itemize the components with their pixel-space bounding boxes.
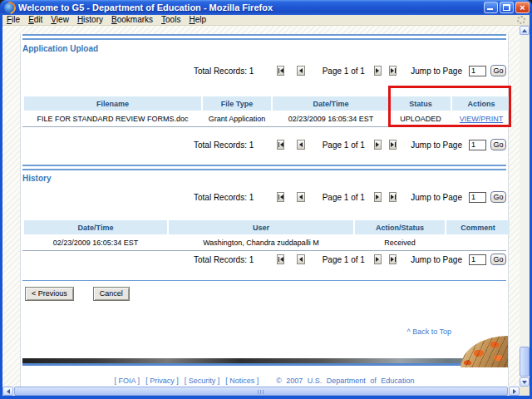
menu-history[interactable]: History <box>73 15 107 25</box>
pagination-bar: Total Records: 1 Page 1 of 1 Jump to Pag… <box>22 191 506 203</box>
menu-file[interactable]: File <box>2 15 24 25</box>
first-page-icon <box>278 257 279 262</box>
last-page-button[interactable] <box>389 66 397 76</box>
page-indicator: Page 1 of 1 <box>323 193 365 202</box>
foia-link[interactable]: [ FOIA ] <box>115 377 140 385</box>
cell-user: Washington, Chandra zuddapalli M <box>169 236 353 249</box>
content-divider <box>22 280 506 281</box>
go-button[interactable]: Go <box>490 65 506 76</box>
action-buttons: < Previous Cancel <box>22 287 506 301</box>
previous-page-button[interactable] <box>297 192 304 202</box>
history-pagination-top: Total Records: 1 Page 1 of 1 Jump to Pag… <box>22 191 506 203</box>
last-page-button[interactable] <box>389 192 397 202</box>
scroll-up-button[interactable] <box>520 26 530 35</box>
go-button[interactable]: Go <box>490 139 506 150</box>
jump-to-page-label: Jump to Page <box>411 193 462 202</box>
cell-status: UPLOADED <box>391 112 451 125</box>
total-records-label: Total Records: 1 <box>194 140 254 150</box>
close-icon: × <box>520 3 525 12</box>
next-page-button[interactable] <box>374 140 382 150</box>
window-title: Welcome to G5 - Department of Education … <box>18 2 480 12</box>
security-link[interactable]: [ Security ] <box>185 377 220 385</box>
scroll-left-button[interactable] <box>2 387 13 396</box>
vertical-scrollbar[interactable] <box>520 26 530 387</box>
title-bar[interactable]: Welcome to G5 - Department of Education … <box>0 0 532 15</box>
next-page-button[interactable] <box>374 192 382 202</box>
minimize-button[interactable] <box>484 2 498 13</box>
page-indicator: Page 1 of 1 <box>323 66 365 76</box>
previous-page-icon <box>299 257 303 262</box>
previous-page-button[interactable] <box>297 66 304 76</box>
horizontal-scroll-thumb[interactable] <box>14 387 508 396</box>
page-content: Application Upload Total Records: 1 Page… <box>20 34 509 387</box>
col-status: Status <box>391 96 451 111</box>
jump-to-page-input[interactable] <box>469 192 486 203</box>
previous-page-button[interactable] <box>297 140 304 150</box>
go-button[interactable]: Go <box>490 254 506 265</box>
vertical-scroll-thumb[interactable] <box>520 347 530 377</box>
last-page-button[interactable] <box>389 140 397 150</box>
col-comment: Comment <box>446 220 510 234</box>
privacy-link[interactable]: [ Privacy ] <box>145 377 179 385</box>
menu-view[interactable]: View <box>47 15 73 25</box>
next-page-icon <box>376 195 379 200</box>
upload-table-row: FILE FOR STANDARD REVIEW FORMS.doc Grant… <box>24 112 510 125</box>
history-table: Date/Time User Action/Status Comment 02/… <box>22 219 511 250</box>
history-table-header-row: Date/Time User Action/Status Comment <box>24 220 510 234</box>
first-page-button[interactable] <box>277 140 284 150</box>
jump-to-page-input[interactable] <box>469 140 486 150</box>
footer-links: [ FOIA ] [ Privacy ] [ Security ] [ Noti… <box>22 377 506 385</box>
next-page-button[interactable] <box>374 66 382 76</box>
previous-button[interactable]: < Previous <box>25 287 74 301</box>
col-file-type: File Type <box>203 96 271 111</box>
cell-datetime: 02/23/2009 16:05:34 EST <box>24 236 167 249</box>
total-records-label: Total Records: 1 <box>194 193 254 202</box>
restore-icon <box>503 4 510 11</box>
last-page-icon <box>391 195 394 200</box>
next-page-icon <box>376 257 379 262</box>
col-datetime: Date/Time <box>273 96 389 111</box>
first-page-button[interactable] <box>277 66 284 76</box>
scroll-right-icon <box>513 389 516 394</box>
close-button[interactable]: × <box>515 2 530 13</box>
minimize-icon <box>487 8 493 10</box>
cell-datetime: 02/23/2009 16:05:34 EST <box>273 112 389 125</box>
upload-table-wrap: Filename File Type Date/Time Status Acti… <box>22 95 506 127</box>
upload-table: Filename File Type Date/Time Status Acti… <box>22 95 512 126</box>
jump-to-page-input[interactable] <box>469 254 486 265</box>
go-button[interactable]: Go <box>490 191 506 203</box>
total-records-label: Total Records: 1 <box>194 66 254 76</box>
previous-page-button[interactable] <box>297 254 304 264</box>
notices-link[interactable]: [ Notices ] <box>225 377 259 385</box>
menu-edit[interactable]: Edit <box>24 15 47 25</box>
next-page-button[interactable] <box>374 254 382 264</box>
first-page-button[interactable] <box>277 192 284 202</box>
menu-tools[interactable]: Tools <box>157 15 185 25</box>
jump-to-page-input[interactable] <box>469 66 486 76</box>
upload-table-header-row: Filename File Type Date/Time Status Acti… <box>24 96 510 111</box>
menu-bookmarks[interactable]: Bookmarks <box>107 15 157 25</box>
cell-file-type: Grant Application <box>203 112 271 125</box>
throbber-icon <box>517 16 525 24</box>
pagination-bar: Total Records: 1 Page 1 of 1 Jump to Pag… <box>22 139 506 150</box>
menu-help[interactable]: Help <box>185 15 210 25</box>
first-page-button[interactable] <box>277 254 284 264</box>
page-viewport: Application Upload Total Records: 1 Page… <box>2 26 530 396</box>
firefox-icon <box>4 2 15 13</box>
restore-button[interactable] <box>500 2 514 13</box>
total-records-label: Total Records: 1 <box>194 255 254 264</box>
horizontal-scrollbar[interactable] <box>2 387 520 396</box>
classroom-photo <box>461 336 508 367</box>
scrollbar-corner <box>520 387 530 396</box>
last-page-icon <box>391 142 394 147</box>
scroll-right-button[interactable] <box>509 387 520 396</box>
cancel-button[interactable]: Cancel <box>93 287 130 301</box>
history-section-title: History <box>22 174 506 183</box>
view-print-link[interactable]: VIEW/PRINT <box>460 115 504 123</box>
pagination-bar: Total Records: 1 Page 1 of 1 Jump to Pag… <box>22 254 506 265</box>
scroll-down-button[interactable] <box>520 377 530 387</box>
col-action-status: Action/Status <box>355 220 445 234</box>
back-to-top-link[interactable]: ^ Back to Top <box>406 328 451 336</box>
last-page-button[interactable] <box>389 254 397 264</box>
browser-window: Welcome to G5 - Department of Education … <box>0 0 532 399</box>
